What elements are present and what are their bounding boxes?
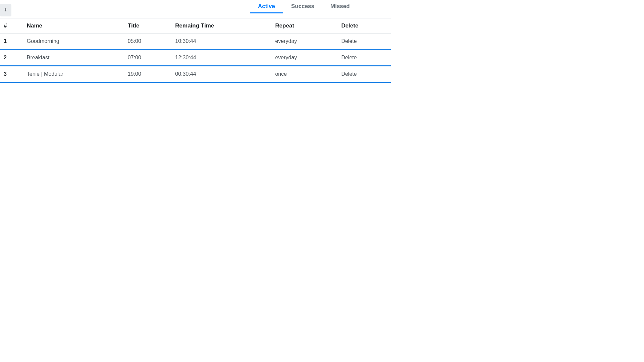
cell-index: 3 xyxy=(0,66,25,82)
delete-button[interactable]: Delete xyxy=(341,38,357,44)
cell-remaining: 12:30:44 xyxy=(174,50,274,66)
cell-index: 1 xyxy=(0,34,25,50)
tabs-nav: Active Success Missed xyxy=(250,0,358,13)
app-container: + Active Success Missed # Name Title Rem… xyxy=(0,0,391,83)
header-repeat: Repeat xyxy=(274,18,340,34)
cell-index: 2 xyxy=(0,50,25,66)
tab-missed[interactable]: Missed xyxy=(322,0,358,13)
header-index: # xyxy=(0,18,25,34)
header-delete: Delete xyxy=(340,18,391,34)
delete-button[interactable]: Delete xyxy=(341,71,357,77)
cell-repeat: everyday xyxy=(274,50,340,66)
cell-remaining: 00:30:44 xyxy=(174,66,274,82)
header-remaining: Remaing Time xyxy=(174,18,274,34)
cell-repeat: once xyxy=(274,66,340,82)
cell-title: 05:00 xyxy=(126,34,174,50)
add-button[interactable]: + xyxy=(0,4,11,16)
table-header-row: # Name Title Remaing Time Repeat Delete xyxy=(0,18,391,34)
table-row: 3 Tenie | Modular 19:00 00:30:44 once De… xyxy=(0,66,391,82)
cell-remaining: 10:30:44 xyxy=(174,34,274,50)
cell-title: 19:00 xyxy=(126,66,174,82)
cell-title: 07:00 xyxy=(126,50,174,66)
header-row: + Active Success Missed xyxy=(0,0,391,18)
cell-name: Breakfast xyxy=(25,50,126,66)
header-title: Title xyxy=(126,18,174,34)
table-row: 1 Goodmorning 05:00 10:30:44 everyday De… xyxy=(0,34,391,50)
tab-success[interactable]: Success xyxy=(283,0,322,13)
schedule-table: # Name Title Remaing Time Repeat Delete … xyxy=(0,18,391,83)
table-row: 2 Breakfast 07:00 12:30:44 everyday Dele… xyxy=(0,50,391,66)
cell-repeat: everyday xyxy=(274,34,340,50)
tab-active[interactable]: Active xyxy=(250,0,283,13)
header-name: Name xyxy=(25,18,126,34)
cell-name: Goodmorning xyxy=(25,34,126,50)
cell-name: Tenie | Modular xyxy=(25,66,126,82)
delete-button[interactable]: Delete xyxy=(341,55,357,60)
